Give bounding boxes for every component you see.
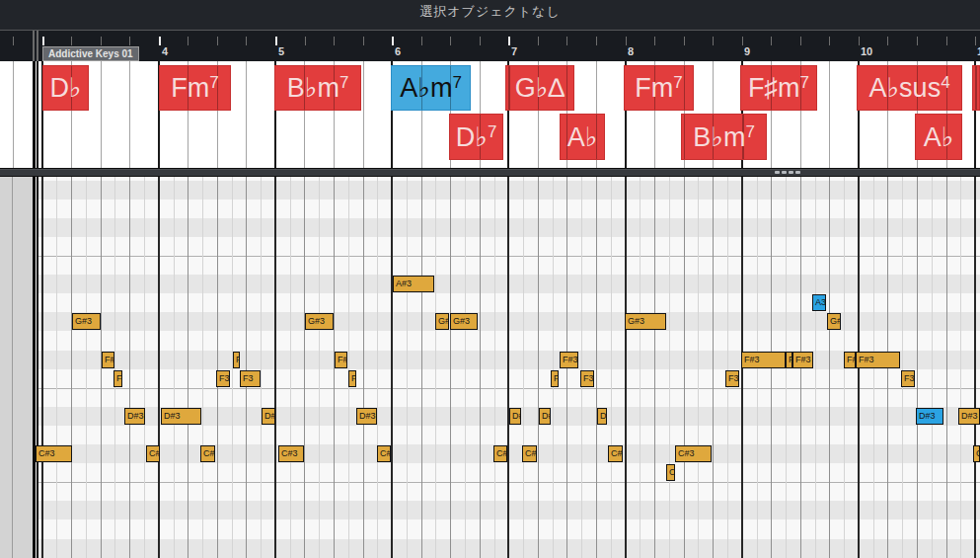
eighth-gridline (114, 177, 115, 558)
chord-event-abm7[interactable]: A♭m7 (391, 65, 471, 111)
midi-note-fs3[interactable]: F#3 (786, 352, 792, 368)
eighth-gridline (202, 177, 203, 558)
eighth-gridline (86, 177, 87, 558)
divider-handle[interactable] (775, 171, 780, 174)
chord-event-fm7[interactable]: Fm7 (159, 65, 231, 111)
chord-event-bbm7[interactable]: B♭m7 (681, 114, 767, 160)
midi-note-ds3[interactable]: D#3 (262, 408, 275, 425)
midi-note-gs3[interactable]: G#3 (450, 313, 478, 330)
chord-event-f#m7[interactable]: F♯m7 (740, 65, 817, 111)
beat-tick (129, 37, 130, 45)
midi-note-cs3[interactable]: C#3 (377, 445, 391, 462)
pitch-row-gs2 (0, 539, 980, 558)
beat-gridline (246, 177, 247, 558)
midi-note-gs3[interactable]: G#3 (72, 313, 101, 330)
midi-note-c3[interactable]: C3 (666, 464, 675, 481)
midi-note-cs3[interactable]: C#3 (608, 445, 623, 462)
eighth-gridline (932, 177, 933, 558)
chord-label: B♭m7 (693, 121, 755, 153)
midi-note-f3[interactable]: F3 (216, 370, 230, 387)
timeline-ruler[interactable]: 4567891011Addictive Keys 01 (0, 31, 980, 61)
midi-note-ds3[interactable]: D#3 (124, 408, 145, 425)
piano-roll-grid[interactable]: C#3G#3F#3F3D#3C#3D#3C#3F3F#3F3D#3C#3G#3F… (0, 177, 980, 558)
midi-note-ds3[interactable]: D#3 (916, 408, 943, 425)
chord-event-absus4[interactable]: A♭sus4 (857, 65, 962, 111)
divider-handle[interactable] (795, 171, 800, 174)
midi-note-a3[interactable]: A3 (812, 294, 826, 311)
midi-note-f3[interactable]: F3 (901, 370, 915, 387)
beat-gridline (129, 177, 130, 558)
midi-note-ds3[interactable]: D#3 (161, 408, 201, 425)
pitch-row-d3 (0, 426, 980, 444)
midi-note-fs3[interactable]: F#3 (856, 352, 900, 368)
beat-tick (859, 37, 860, 45)
midi-note-ds3[interactable]: D#3 (509, 408, 521, 425)
midi-note-fs3[interactable]: F#3 (233, 352, 240, 368)
midi-note-gs3[interactable]: G#3 (827, 313, 841, 330)
margin-line (12, 177, 13, 558)
midi-note-cs3[interactable]: C#3 (675, 445, 712, 462)
midi-note-ds3[interactable]: D#3 (539, 408, 551, 425)
chord-label: D♭ (49, 72, 81, 104)
chord-event-bbm7[interactable]: B♭m7 (274, 65, 361, 111)
chord-label: Fm7 (171, 73, 218, 104)
midi-note-cs3[interactable]: C#3 (973, 445, 980, 462)
eighth-gridline (669, 177, 670, 558)
midi-note-ds3[interactable]: D#3 (597, 408, 607, 425)
midi-note-gs3[interactable]: G#3 (625, 313, 666, 330)
bar-number: 5 (278, 45, 284, 57)
chord-event-ab[interactable]: A♭ (915, 114, 962, 160)
beat-gridline (129, 61, 130, 168)
midi-note-cs3[interactable]: C#3 (36, 445, 72, 462)
midi-note-f3[interactable]: F3 (113, 370, 122, 387)
midi-note-cs3[interactable]: C#3 (522, 445, 537, 462)
eighth-gridline (407, 177, 408, 558)
midi-note-gs3[interactable]: G#3 (435, 313, 449, 330)
beat-gridline (363, 177, 364, 558)
chord-event-partial[interactable] (972, 65, 980, 111)
midi-note-fs3[interactable]: F#3 (741, 352, 786, 368)
beat-gridline (829, 61, 830, 168)
chord-track-lane[interactable]: D♭Fm7B♭m7A♭m7G♭∆Fm7F♯m7A♭sus4D♭7A♭B♭m7A♭ (0, 61, 980, 168)
midi-note-fs3[interactable]: F#3 (844, 352, 856, 368)
midi-note-fs3[interactable]: F#3 (792, 352, 813, 368)
midi-note-gs3[interactable]: G#3 (305, 313, 334, 330)
beat-tick (188, 37, 188, 45)
chord-event-db7[interactable]: D♭7 (449, 114, 503, 160)
midi-note-ds3[interactable]: D#3 (356, 408, 377, 425)
eighth-gridline (553, 177, 554, 558)
midi-note-cs3[interactable]: C#3 (200, 445, 215, 462)
eighth-gridline (435, 177, 436, 558)
midi-note-cs3[interactable]: C#3 (146, 445, 160, 462)
midi-note-cs3[interactable]: C#3 (278, 445, 304, 462)
chord-event-ab[interactable]: A♭ (560, 114, 605, 160)
midi-note-f3[interactable]: F3 (551, 370, 559, 387)
beat-gridline (654, 177, 655, 558)
divider-handle[interactable] (782, 171, 787, 174)
pane-divider[interactable] (0, 168, 980, 177)
bar-gridline (274, 177, 276, 558)
midi-note-cs3[interactable]: C#3 (493, 445, 507, 462)
midi-note-as3[interactable]: A#3 (393, 276, 434, 292)
midi-note-ds3[interactable]: D#3 (958, 408, 980, 425)
chord-event-fm7[interactable]: Fm7 (624, 65, 694, 111)
bar-gridline (41, 177, 43, 558)
beat-gridline (101, 61, 102, 168)
beat-tick (626, 37, 627, 45)
midi-note-f3[interactable]: F3 (348, 370, 356, 387)
beat-tick (684, 37, 685, 45)
beat-tick (450, 37, 451, 45)
midi-note-fs3[interactable]: F#3 (560, 352, 578, 368)
pitch-row-g3 (0, 331, 980, 350)
midi-note-fs3[interactable]: F#3 (335, 352, 347, 368)
midi-note-fs3[interactable]: F#3 (102, 352, 114, 368)
divider-handle[interactable] (789, 171, 793, 174)
chord-event-db[interactable]: D♭ (42, 65, 89, 111)
midi-note-f3[interactable]: F3 (580, 370, 594, 387)
status-text: 選択オブジェクトなし (0, 3, 980, 21)
midi-note-f3[interactable]: F3 (240, 370, 261, 387)
midi-note-f3[interactable]: F3 (725, 370, 739, 387)
eighth-gridline (465, 177, 466, 558)
chord-event-gbmaj7[interactable]: G♭∆ (505, 65, 574, 111)
bar-number: 9 (744, 45, 750, 57)
